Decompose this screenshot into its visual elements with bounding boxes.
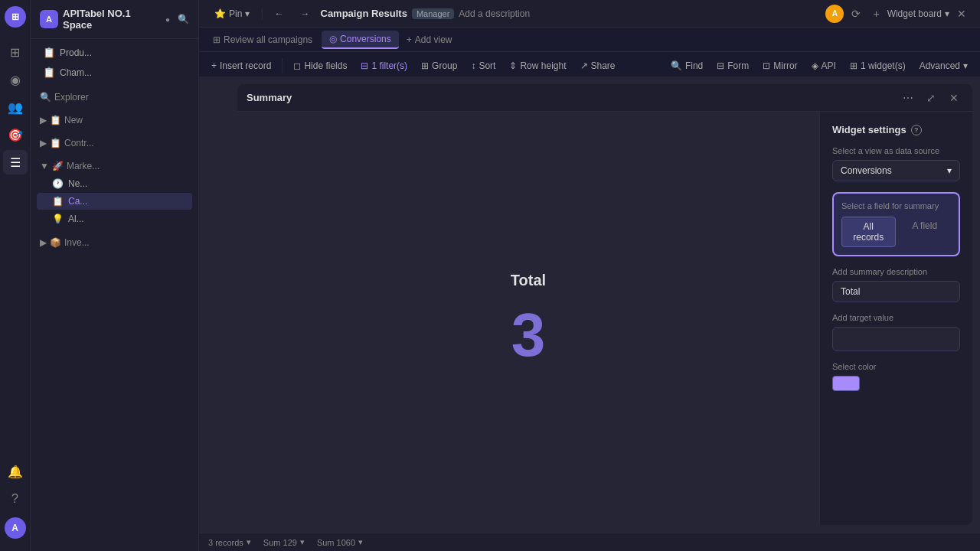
- summary-main: Total 3: [237, 112, 819, 525]
- left-sidebar: ⊞ ⊞ ◉ 👥 🎯 ☰ 🔔 ? A: [0, 0, 31, 551]
- settings-dropdown-arrow-icon: ▾: [947, 165, 952, 176]
- nav-back-button[interactable]: ←: [269, 5, 290, 22]
- status-records[interactable]: 3 records ▾: [208, 537, 251, 547]
- settings-data-source-dropdown[interactable]: Conversions ▾: [832, 160, 960, 181]
- add-view-label: Add view: [415, 34, 452, 45]
- toolbar-sep-1: [282, 58, 283, 73]
- hide-fields-button[interactable]: ◻ Hide fields: [287, 57, 353, 74]
- pin-icon: ⭐: [214, 8, 226, 19]
- separator-1: |: [260, 7, 263, 21]
- nav-group-explorer-header[interactable]: 🔍 Explorer: [37, 89, 192, 106]
- help-icon[interactable]: ?: [3, 487, 28, 511]
- insert-record-button[interactable]: + Insert record: [205, 57, 277, 74]
- widget-board-chevron-icon: ▾: [945, 8, 949, 19]
- mirror-button[interactable]: ⊡ Mirror: [756, 57, 803, 74]
- status-sum2[interactable]: Sum 1060 ▾: [317, 537, 363, 547]
- close-window-button[interactable]: ✕: [952, 5, 971, 22]
- sidebar-icon-grid[interactable]: ⊞: [3, 40, 28, 64]
- nav-sub-ne[interactable]: 🕐 Ne...: [37, 175, 192, 192]
- form-button[interactable]: ⊟ Form: [710, 57, 755, 74]
- color-swatch[interactable]: [832, 376, 860, 391]
- filter-button[interactable]: ⊟ 1 filter(s): [354, 57, 413, 74]
- nav-group-contr-header[interactable]: ▶ 📋 Contr...: [37, 135, 192, 152]
- ne-label: Ne...: [68, 178, 87, 189]
- summary-total-label: Total: [511, 272, 546, 289]
- find-button[interactable]: 🔍 Find: [665, 57, 709, 74]
- tab-review-all-campaigns[interactable]: ⊞ Review all campaigns: [205, 31, 320, 48]
- a-field-button[interactable]: A field: [899, 217, 952, 247]
- advanced-button[interactable]: Advanced ▾: [913, 57, 974, 74]
- summary-modal-header: Summary ⋯ ⤢ ✕: [237, 84, 972, 112]
- sidebar-icon-search[interactable]: ◉: [3, 67, 28, 92]
- refresh-button[interactable]: ⟳: [847, 5, 865, 22]
- nav-item-champ[interactable]: 📋 Cham...: [34, 63, 195, 82]
- nav-sub-ca[interactable]: 📋 Ca...: [37, 193, 192, 210]
- sort-icon: ↕: [471, 60, 475, 71]
- api-button[interactable]: ◈ API: [805, 57, 842, 74]
- user-avatar-main[interactable]: A: [5, 517, 26, 539]
- contr-chevron-icon: ▶: [40, 138, 47, 148]
- add-view-plus-icon: +: [407, 34, 412, 45]
- nav-group-marke-header[interactable]: ▼ 🚀 Marke...: [37, 158, 192, 174]
- nav-group-inve-header[interactable]: ▶ 📦 Inve...: [37, 234, 192, 251]
- nav-group-new: ▶ 📋 New: [31, 109, 198, 132]
- hide-fields-icon: ◻: [293, 60, 301, 71]
- tab-add-view-button[interactable]: + Add view: [400, 31, 459, 48]
- form-icon: ⊟: [717, 60, 724, 71]
- group-icon: ⊞: [421, 60, 429, 71]
- modal-menu-button[interactable]: ⋯: [899, 89, 917, 107]
- top-bar-left: ⭐ Pin ▾ | ← → Campaign Results Manager A…: [208, 5, 819, 22]
- explorer-label: Explorer: [54, 92, 89, 103]
- form-label: Form: [727, 60, 749, 71]
- tab-bar: ⊞ Review all campaigns ◎ Conversions + A…: [199, 28, 980, 52]
- nav-group-new-header[interactable]: ▶ 📋 New: [37, 112, 192, 129]
- share-button[interactable]: ↗ Share: [574, 57, 622, 74]
- top-bar: ⭐ Pin ▾ | ← → Campaign Results Manager A…: [199, 0, 980, 28]
- settings-target-value-input[interactable]: [832, 327, 960, 351]
- user-avatar-topbar[interactable]: A: [825, 5, 844, 23]
- modal-expand-button[interactable]: ⤢: [922, 89, 940, 107]
- tab-conversions[interactable]: ◎ Conversions: [322, 31, 399, 49]
- inve-icon: 📦: [50, 237, 61, 248]
- all-records-button[interactable]: All records: [841, 217, 896, 247]
- modal-expand-icon: ⤢: [926, 92, 936, 104]
- filter-label: 1 filter(s): [371, 60, 407, 71]
- settings-target-value-section: Add target value: [832, 313, 960, 351]
- champ-icon: 📋: [43, 67, 55, 78]
- status-sum[interactable]: Sum 129 ▾: [263, 537, 305, 547]
- row-height-button[interactable]: ⇕ Row height: [503, 57, 572, 74]
- tab-conversions-label: Conversions: [340, 34, 391, 44]
- modal-close-button[interactable]: ✕: [945, 89, 963, 107]
- toolbar: + Insert record ◻ Hide fields ⊟ 1 filter…: [199, 52, 980, 80]
- nav-group-marke: ▼ 🚀 Marke... 🕐 Ne... 📋 Ca... 💡 Al...: [31, 155, 198, 231]
- description-text[interactable]: Add a description: [459, 8, 530, 19]
- widgets-button[interactable]: ⊞ 1 widget(s): [844, 57, 912, 74]
- sidebar-icon-team[interactable]: 👥: [3, 95, 28, 119]
- al-label: Al...: [68, 214, 84, 224]
- nav-sub-al[interactable]: 💡 Al...: [37, 210, 192, 227]
- settings-title-text: Widget settings: [832, 124, 906, 135]
- pin-button[interactable]: ⭐ Pin ▾: [208, 5, 256, 22]
- api-label: API: [822, 60, 836, 71]
- plus-button[interactable]: +: [868, 5, 884, 22]
- nav-search-icon[interactable]: 🔍: [178, 14, 189, 24]
- nav-app-icon: A: [40, 10, 58, 28]
- nav-forward-button[interactable]: →: [295, 5, 316, 22]
- widget-board-label[interactable]: Widget board ▾: [887, 8, 949, 19]
- notification-icon[interactable]: 🔔: [3, 459, 28, 484]
- sidebar-icon-settings[interactable]: ☰: [3, 150, 28, 174]
- status-sum-text: Sum 129: [263, 538, 297, 547]
- settings-summary-desc-input[interactable]: [832, 281, 960, 302]
- sort-button[interactable]: ↕ Sort: [465, 57, 501, 74]
- sidebar-icon-target[interactable]: 🎯: [3, 122, 28, 147]
- forward-icon: →: [301, 8, 310, 19]
- nav-item-products[interactable]: 📋 Produ...: [34, 43, 195, 62]
- filter-icon: ⊟: [361, 60, 368, 71]
- app-avatar[interactable]: ⊞: [5, 6, 26, 28]
- group-button[interactable]: ⊞ Group: [415, 57, 463, 74]
- settings-data-source-section: Select a view as data source Conversions…: [832, 146, 960, 181]
- nav-group-explorer: 🔍 Explorer: [31, 86, 198, 109]
- group-label: Group: [432, 60, 457, 71]
- marke-chevron-icon: ▼: [40, 161, 49, 171]
- settings-help-icon[interactable]: ?: [911, 125, 922, 135]
